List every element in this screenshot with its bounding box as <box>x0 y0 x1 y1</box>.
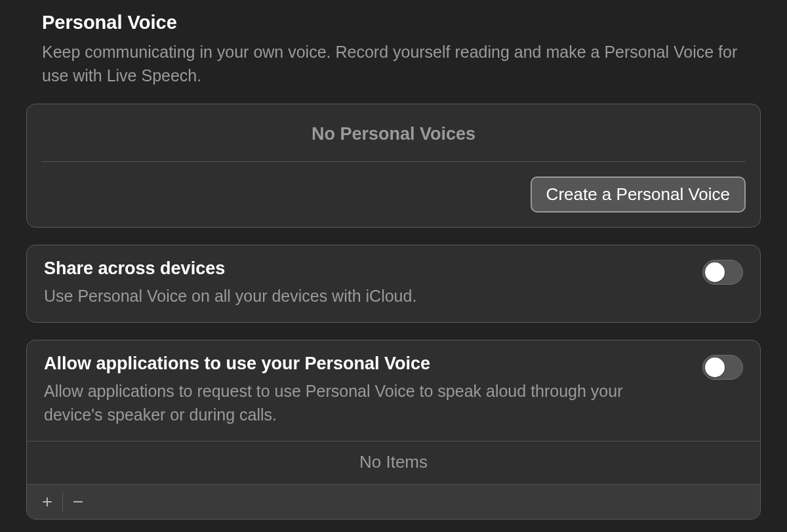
allow-apps-row: Allow applications to use your Personal … <box>27 340 760 441</box>
share-across-devices-row: Share across devices Use Personal Voice … <box>27 245 760 322</box>
allow-apps-toggle[interactable] <box>702 355 743 380</box>
apps-list-footer: + − <box>27 484 760 519</box>
add-app-button[interactable]: + <box>32 489 62 515</box>
personal-voice-pane: Personal Voice Keep communicating in you… <box>0 0 787 532</box>
toggle-knob <box>705 262 725 282</box>
allow-apps-text: Allow applications to use your Personal … <box>44 354 702 427</box>
create-personal-voice-button[interactable]: Create a Personal Voice <box>531 176 746 213</box>
minus-icon: − <box>73 491 83 512</box>
allow-apps-card: Allow applications to use your Personal … <box>26 340 761 520</box>
personal-voices-actions: Create a Personal Voice <box>27 162 760 227</box>
personal-voices-empty-text: No Personal Voices <box>27 104 760 161</box>
share-across-devices-toggle[interactable] <box>702 260 743 285</box>
share-across-devices-text: Share across devices Use Personal Voice … <box>44 258 702 308</box>
allow-apps-description: Allow applications to request to use Per… <box>44 379 683 427</box>
allow-apps-title: Allow applications to use your Personal … <box>44 354 683 374</box>
pane-title: Personal Voice <box>42 12 745 33</box>
pane-header: Personal Voice Keep communicating in you… <box>26 12 761 104</box>
personal-voices-card: No Personal Voices Create a Personal Voi… <box>26 104 761 228</box>
toggle-knob <box>705 358 725 377</box>
remove-app-button[interactable]: − <box>63 489 93 515</box>
apps-list-empty-text: No Items <box>27 441 760 484</box>
share-across-devices-card: Share across devices Use Personal Voice … <box>26 245 761 323</box>
plus-icon: + <box>42 491 52 512</box>
share-across-devices-description: Use Personal Voice on all your devices w… <box>44 284 683 308</box>
pane-description: Keep communicating in your own voice. Re… <box>42 40 745 88</box>
share-across-devices-title: Share across devices <box>44 258 683 279</box>
